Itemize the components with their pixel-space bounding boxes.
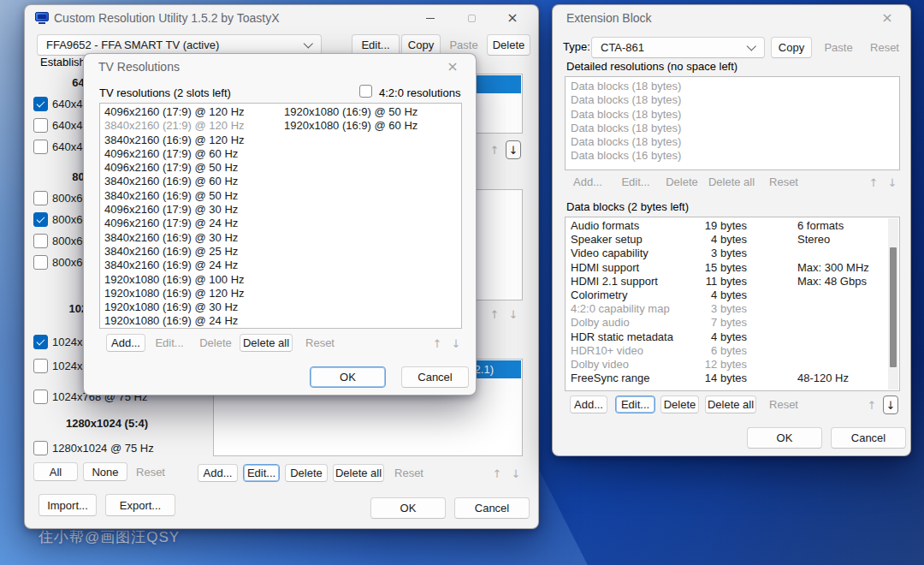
resolution-checkbox[interactable] bbox=[33, 335, 48, 349]
tv-add-button[interactable]: Add... bbox=[106, 334, 145, 352]
data-block-name: Dolby video bbox=[571, 358, 697, 372]
tv-resolution-item[interactable]: 1920x1080 (16:9) @ 50 Hz bbox=[284, 105, 418, 119]
type-select[interactable]: CTA-861 bbox=[591, 37, 765, 58]
resolution-checkbox[interactable] bbox=[33, 191, 48, 205]
detailed-resolution-item[interactable]: Data blocks (18 bytes) bbox=[566, 80, 899, 93]
cancel-button[interactable]: Cancel bbox=[831, 427, 906, 449]
tv-resolution-item[interactable]: 4096x2160 (17:9) @ 120 Hz bbox=[104, 105, 245, 119]
tv-resolution-item[interactable]: 4096x2160 (17:9) @ 30 Hz bbox=[104, 203, 245, 217]
close-icon[interactable]: × bbox=[869, 5, 905, 31]
tv-resolution-item[interactable]: 1920x1080 (16:9) @ 60 Hz bbox=[284, 119, 418, 133]
data-block-row[interactable]: Speaker setup4 bytesStereo bbox=[566, 233, 899, 247]
ext-copy-button[interactable]: Copy bbox=[771, 37, 812, 58]
tv-resolution-item[interactable]: 4096x2160 (17:9) @ 60 Hz bbox=[104, 147, 245, 161]
tv-resolution-item[interactable]: 3840x2160 (16:9) @ 24 Hz bbox=[104, 259, 245, 272]
data-block-row[interactable]: HDMI support15 bytesMax: 300 MHz bbox=[566, 261, 899, 275]
desktop: 住小帮@画图汪QSY Custom Resolution Utility 1.5… bbox=[0, 0, 924, 565]
data-block-row[interactable]: Video capability3 bytes bbox=[566, 247, 899, 260]
up-arrow-icon: ↑ bbox=[487, 140, 502, 159]
420-resolutions-checkbox[interactable] bbox=[359, 85, 372, 98]
detailed-resolution-item[interactable]: Data blocks (18 bytes) bbox=[566, 93, 899, 107]
tv-resolution-item[interactable]: 3840x2160 (16:9) @ 60 Hz bbox=[104, 175, 245, 188]
scrollbar-track[interactable] bbox=[888, 218, 898, 390]
resolution-checkbox[interactable] bbox=[33, 390, 48, 404]
tv-resolution-item[interactable]: 1920x1080 (16:9) @ 100 Hz bbox=[104, 273, 245, 287]
resolution-checkbox[interactable] bbox=[33, 97, 48, 111]
established-all-button[interactable]: All bbox=[33, 462, 78, 481]
down-arrow-icon: ↓ bbox=[885, 173, 900, 192]
main-add-button[interactable]: Add... bbox=[198, 464, 238, 482]
export-button[interactable]: Export... bbox=[105, 494, 175, 516]
data-block-size: 14 bytes bbox=[697, 372, 747, 385]
data-block-row[interactable]: HDMI 2.1 support11 bytesMax: 48 Gbps bbox=[566, 275, 899, 288]
data-block-row[interactable]: Audio formats19 bytes6 formats bbox=[566, 219, 899, 233]
resolution-checkbox[interactable] bbox=[33, 140, 48, 154]
data-block-row[interactable]: HDR static metadata4 bytes bbox=[566, 330, 899, 344]
main-edit-button[interactable]: Edit... bbox=[243, 464, 280, 482]
resolution-group-header: 1280x1024 (5:4) bbox=[32, 417, 182, 430]
datablocks-delete-button[interactable]: Delete bbox=[660, 396, 699, 413]
data-block-size: 11 bytes bbox=[697, 275, 747, 288]
tv-resolution-item[interactable]: 3840x2160 (21:9) @ 120 Hz bbox=[104, 119, 245, 133]
established-none-button[interactable]: None bbox=[83, 462, 127, 481]
datablocks-edit-button[interactable]: Edit... bbox=[615, 396, 655, 413]
data-blocks-list[interactable]: Audio formats19 bytes6 formatsSpeaker se… bbox=[565, 217, 900, 391]
ok-button[interactable]: OK bbox=[310, 366, 386, 388]
tv-edit-button: Edit... bbox=[152, 334, 187, 352]
tv-resolution-item[interactable]: 1920x1080 (16:9) @ 24 Hz bbox=[104, 314, 245, 328]
tv-resolution-item[interactable]: 4096x2160 (17:9) @ 50 Hz bbox=[104, 161, 245, 175]
toolbar-delete-button[interactable]: Delete bbox=[487, 34, 530, 56]
tv-resolution-item[interactable]: 1920x1080 (16:9) @ 120 Hz bbox=[104, 287, 245, 300]
import-button[interactable]: Import... bbox=[38, 494, 97, 516]
app-icon bbox=[35, 12, 49, 24]
data-block-row[interactable]: Dolby video12 bytes bbox=[566, 358, 899, 372]
data-block-info bbox=[747, 247, 899, 260]
down-arrow-icon[interactable]: ↓ bbox=[506, 140, 521, 159]
close-icon[interactable]: × bbox=[435, 54, 471, 80]
tv-resolutions-list[interactable]: 4096x2160 (17:9) @ 120 Hz3840x2160 (21:9… bbox=[99, 103, 462, 329]
data-block-name: Dolby audio bbox=[571, 316, 697, 330]
detailed-resolutions-list[interactable]: Data blocks (18 bytes)Data blocks (18 by… bbox=[565, 76, 900, 170]
resolution-checkbox[interactable] bbox=[33, 441, 48, 455]
detailed-resolution-item[interactable]: Data blocks (18 bytes) bbox=[566, 122, 899, 135]
data-block-row[interactable]: FreeSync range14 bytes48-120 Hz bbox=[566, 372, 899, 385]
tv-resolution-item[interactable]: 3840x2160 (16:9) @ 50 Hz bbox=[104, 189, 245, 203]
tv-delete-all-button[interactable]: Delete all bbox=[240, 334, 293, 352]
tv-resolution-item[interactable]: 3840x2160 (16:9) @ 30 Hz bbox=[104, 231, 245, 245]
minimize-icon[interactable] bbox=[410, 5, 451, 31]
tv-resolution-item[interactable]: 3840x2160 (16:9) @ 120 Hz bbox=[104, 134, 245, 147]
resolution-checkbox[interactable] bbox=[33, 359, 48, 373]
datablocks-add-button[interactable]: Add... bbox=[570, 396, 607, 413]
tv-resolution-item[interactable]: 4096x2160 (17:9) @ 24 Hz bbox=[104, 217, 245, 230]
data-block-info: 48-120 Hz bbox=[747, 372, 899, 385]
detailed-resolution-item[interactable]: Data blocks (16 bytes) bbox=[566, 149, 899, 163]
resolution-checkbox[interactable] bbox=[33, 212, 48, 227]
data-block-row[interactable]: 4:2:0 capability map3 bytes bbox=[566, 302, 899, 316]
data-block-row[interactable]: Colorimetry4 bytes bbox=[566, 288, 899, 302]
scrollbar-thumb[interactable] bbox=[890, 247, 897, 367]
main-delete-all-button[interactable]: Delete all bbox=[333, 464, 384, 482]
established-reset-button: Reset bbox=[129, 462, 172, 481]
resolution-checkbox[interactable] bbox=[33, 118, 48, 133]
detailed-edit-button: Edit... bbox=[618, 173, 654, 190]
up-arrow-icon: ↑ bbox=[866, 173, 881, 192]
down-arrow-icon[interactable]: ↓ bbox=[883, 396, 898, 414]
detailed-resolution-item[interactable]: Data blocks (18 bytes) bbox=[566, 108, 899, 122]
cancel-button[interactable]: Cancel bbox=[401, 366, 469, 388]
tv-reset-button: Reset bbox=[301, 334, 339, 352]
data-block-row[interactable]: HDR10+ video6 bytes bbox=[566, 344, 899, 358]
tv-resolution-item[interactable]: 1920x1080 (16:9) @ 30 Hz bbox=[104, 300, 245, 314]
main-reset-button: Reset bbox=[390, 464, 428, 482]
resolution-checkbox[interactable] bbox=[33, 255, 48, 270]
resolution-checkbox[interactable] bbox=[33, 234, 48, 248]
detailed-resolution-item[interactable]: Data blocks (18 bytes) bbox=[566, 135, 899, 149]
main-delete-button[interactable]: Delete bbox=[285, 464, 328, 482]
ok-button[interactable]: OK bbox=[747, 427, 822, 449]
data-block-row[interactable]: Dolby audio7 bytes bbox=[566, 316, 899, 330]
datablocks-delete-all-button[interactable]: Delete all bbox=[705, 396, 756, 413]
up-arrow-icon: ↑ bbox=[487, 305, 502, 324]
ok-button[interactable]: OK bbox=[370, 497, 446, 519]
tv-resolution-item[interactable]: 3840x2160 (16:9) @ 25 Hz bbox=[104, 245, 245, 259]
close-icon[interactable]: × bbox=[492, 5, 533, 31]
cancel-button[interactable]: Cancel bbox=[454, 497, 530, 519]
